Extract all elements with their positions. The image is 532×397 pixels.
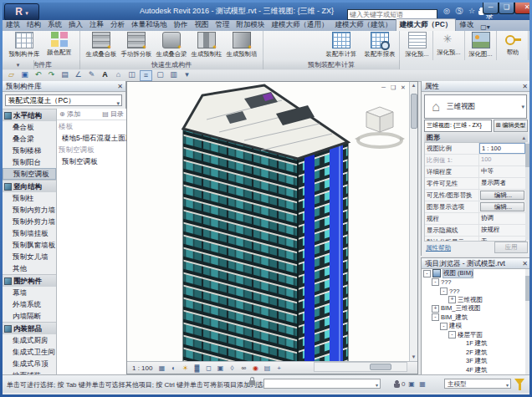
list-item[interactable]: 预制女儿墙 (3, 251, 56, 262)
drawing-area[interactable]: ─ ❏ ✕ ▲ ▼ 1 : 100 ▦◐☀▓◻▣◊∞◉▤+ (126, 81, 418, 374)
property-value[interactable]: 100 (479, 155, 525, 165)
minimize-button[interactable]: ─ (483, 3, 499, 14)
property-value[interactable]: 显示两者 (479, 178, 525, 189)
collapsed-panel-button[interactable]: 帮助 (497, 31, 528, 59)
ribbon-cycle-icon[interactable]: ▢▾ (477, 23, 494, 31)
design-option-combo[interactable]: ▾ (263, 379, 381, 389)
list-item[interactable]: 外墙系统 (3, 298, 56, 310)
list-item[interactable]: 预制阳台 (3, 156, 56, 168)
property-value[interactable]: 1 : 100 (479, 143, 525, 154)
ribbon-button[interactable]: 预制构件库 (7, 31, 42, 59)
lock-icon[interactable] (249, 380, 255, 385)
ribbon-tab[interactable]: 建筑 (3, 19, 23, 31)
ribbon-button[interactable]: 生成预制墙 (224, 31, 259, 59)
list-item[interactable]: 预制内剪力墙 (3, 204, 56, 216)
active-model-combo[interactable]: 主模型▾ (444, 379, 511, 389)
sun-path-icon[interactable]: ☀ (180, 364, 190, 373)
ribbon-tab[interactable]: 建模大师（PC） (396, 18, 457, 31)
property-value[interactable]: 编辑... (480, 202, 524, 211)
ribbon-tab[interactable]: 系统 (44, 19, 65, 31)
default-3d-view-icon[interactable]: ⌂ (113, 70, 124, 79)
tree-node[interactable]: - BIM_建筑 (422, 313, 525, 323)
ribbon-button[interactable]: 手动拆分板 (119, 31, 154, 59)
ribbon-tab[interactable]: 体量和场地 (128, 19, 171, 31)
close-button[interactable]: ✕ (514, 3, 529, 14)
list-item[interactable]: 其他 (3, 262, 56, 274)
type-selector[interactable]: ⌂ 三维视图 ▾ (424, 94, 527, 119)
detail-row[interactable]: 楼板 (57, 120, 126, 132)
list-item[interactable]: 内墙隔断 (3, 310, 56, 322)
ribbon-button[interactable]: 生成预制柱 (189, 31, 224, 59)
list-item[interactable]: 预制飘窗墙板 (3, 239, 56, 251)
tree-expander[interactable]: - (440, 288, 448, 295)
thin-lines-icon[interactable]: ≡ (140, 70, 152, 81)
horizontal-scrollbar[interactable] (314, 362, 407, 372)
shadows-icon[interactable]: ▓ (192, 364, 202, 373)
switch-windows-icon[interactable]: ▥ (168, 70, 179, 79)
list-item[interactable]: 竖向结构 (3, 180, 56, 192)
crop-view-icon[interactable]: ◻ (203, 364, 213, 373)
ribbon-tab[interactable]: 插入 (65, 19, 86, 31)
temp-hide-icon[interactable]: ∞ (238, 364, 248, 373)
close-icon[interactable]: ✕ (522, 81, 528, 92)
ribbon-button[interactable]: 颜色配置 (42, 31, 77, 59)
view-window-controls[interactable]: ─ ❏ ✕ (381, 84, 407, 91)
worksets-icon[interactable]: ▣ (407, 379, 416, 389)
detail-row[interactable]: 预制空调板 (57, 155, 126, 167)
ribbon-tab[interactable]: 协作 (171, 19, 192, 31)
tree-expander[interactable]: - (440, 323, 448, 330)
graphics-section-header[interactable]: 图形▴ (424, 133, 528, 142)
tree-node[interactable]: - 楼层平面 (422, 331, 525, 340)
show-constraints-icon[interactable]: + (274, 364, 284, 373)
close-icon[interactable]: ✕ (117, 81, 123, 92)
tree-node[interactable]: - 建模 (422, 322, 525, 331)
customize-qat-icon[interactable]: ▾ (182, 70, 192, 79)
open-icon[interactable]: ▱ (6, 70, 17, 79)
property-value[interactable]: 协调 (479, 213, 525, 224)
properties-help-link[interactable]: 属性帮助 (426, 244, 451, 252)
tree-node[interactable]: 2F 建筑 (422, 349, 525, 358)
list-item[interactable]: 预制外剪力墙 (3, 216, 56, 227)
ribbon-tab[interactable]: 附加模块 (233, 19, 269, 31)
tree-node[interactable]: + 三维视图 (422, 296, 525, 305)
list-item[interactable]: 预制楼梯 (3, 145, 56, 156)
vertical-scrollbar[interactable]: ▲ ▼ (409, 82, 417, 361)
ribbon-tab[interactable]: 结构 (23, 19, 44, 31)
properties-scrollbar[interactable] (525, 142, 529, 240)
tree-node[interactable]: - ??? (422, 278, 525, 288)
text-icon[interactable]: A (100, 70, 110, 79)
collapsed-panel-button[interactable]: 深化预... (402, 31, 432, 59)
tree-expander[interactable]: - (432, 278, 439, 286)
close-hidden-windows-icon[interactable]: ▢ (155, 70, 166, 79)
tree-expander[interactable]: - (448, 331, 456, 338)
list-item[interactable]: 水平结构 (3, 109, 56, 121)
print-icon[interactable]: ▤ (59, 70, 70, 79)
property-value[interactable]: 编辑... (480, 191, 524, 200)
ribbon-button[interactable]: 装配率计算 (322, 31, 361, 59)
tree-expander[interactable]: - (423, 270, 431, 277)
tree-node[interactable]: - 视图 (BIM) (422, 269, 525, 278)
measure-icon[interactable]: ∠ (73, 70, 84, 79)
model-3d-view[interactable] (127, 82, 410, 361)
list-item[interactable]: 预制墙挂板 (3, 227, 56, 239)
ribbon-button[interactable]: 装配率报表 (361, 31, 399, 59)
instance-combo[interactable]: 三维视图: {三维 - ZX} (424, 120, 492, 132)
ribbon-tab[interactable]: 注释 (86, 19, 107, 31)
property-value[interactable]: 中等 (479, 166, 525, 177)
ribbon-tab[interactable]: 分析 (107, 19, 128, 31)
undo-icon[interactable]: ↶ (33, 70, 43, 79)
catalog-button[interactable]: ▤ 目录 (102, 109, 124, 119)
crop-region-icon[interactable]: ▣ (215, 364, 225, 373)
library-category-combo[interactable]: 装配式混凝土（PC）▾ (5, 94, 122, 106)
tree-expander[interactable]: + (432, 305, 439, 313)
collapsed-panel-button[interactable]: 深化图... (465, 31, 496, 59)
save-icon[interactable]: ▣ (19, 70, 30, 79)
subscription-icon[interactable]: Ⓢ (453, 5, 465, 17)
tree-node[interactable]: 1F 建筑 (422, 339, 525, 349)
close-icon[interactable]: ✕ (522, 258, 528, 269)
apply-button[interactable]: 应用 (494, 242, 528, 253)
ribbon-tab[interactable]: 视图 (192, 19, 212, 31)
list-item[interactable]: 集成式吊顶 (3, 358, 56, 369)
unlock-3d-icon[interactable]: ◊ (227, 364, 237, 373)
tree-expander[interactable]: - (432, 313, 439, 321)
